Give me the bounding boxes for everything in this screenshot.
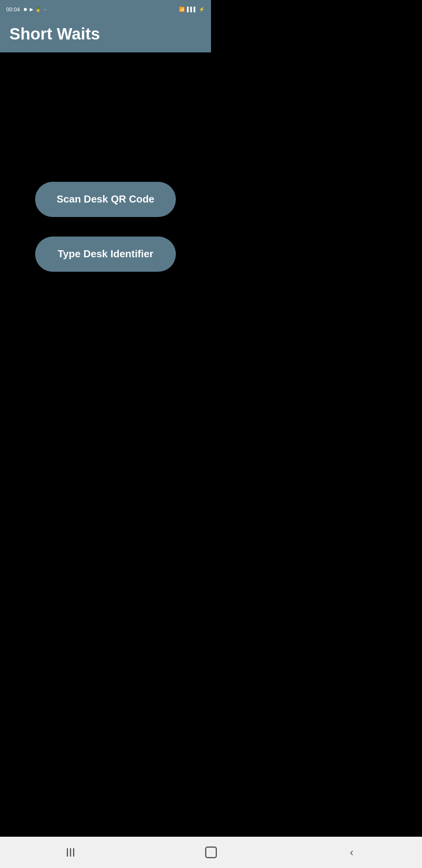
main-content: Scan Desk QR Code Type Desk Identifier	[0, 52, 211, 401]
pineapple-icon: 🍍	[35, 7, 41, 12]
status-icons-group: ⏺ ▶ 🍍 ···	[23, 7, 47, 12]
status-time: 00:04	[6, 6, 20, 13]
status-left-group: 00:04 ⏺ ▶ 🍍 ···	[6, 6, 47, 13]
youtube-icon: ▶	[30, 7, 33, 12]
status-right-group: 📶 ▌▌▌ ⚡	[179, 7, 205, 12]
wifi-icon: 📶	[179, 7, 185, 12]
signal-icon: ▌▌▌	[187, 7, 197, 12]
status-bar: 00:04 ⏺ ▶ 🍍 ··· 📶 ▌▌▌ ⚡	[0, 0, 211, 19]
scan-qr-button[interactable]: Scan Desk QR Code	[35, 182, 176, 217]
type-identifier-button[interactable]: Type Desk Identifier	[35, 237, 176, 272]
recorder-icon: ⏺	[23, 7, 28, 12]
page-title: Short Waits	[9, 25, 202, 43]
app-header: Short Waits	[0, 19, 211, 52]
battery-icon: ⚡	[199, 7, 205, 12]
more-icon: ···	[43, 7, 47, 12]
